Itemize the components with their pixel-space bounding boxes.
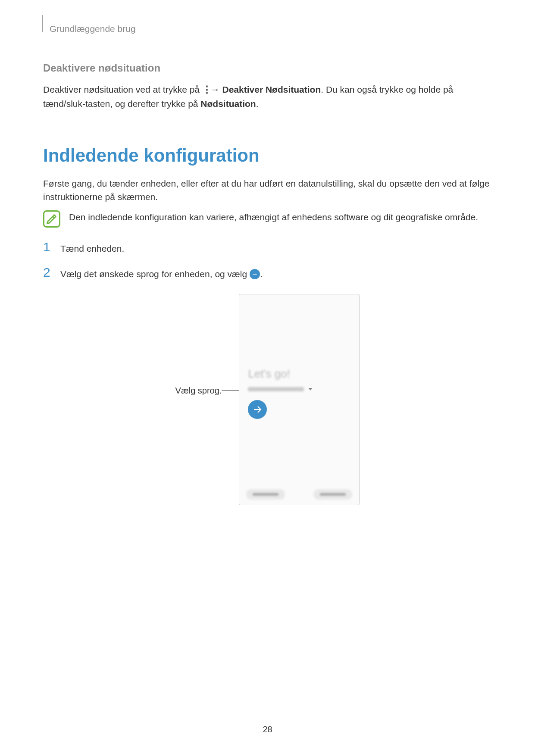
- caret-down-icon: [308, 388, 313, 390]
- bold-deactivate: Deaktiver Nødsituation: [222, 84, 321, 94]
- svg-line-0: [53, 216, 54, 218]
- callout-label: Vælg sprog.: [175, 386, 222, 396]
- note-text: Den indledende konfiguration kan variere…: [69, 210, 492, 228]
- paragraph-deactivate: Deaktiver nødsituation ved at trykke på …: [43, 83, 492, 111]
- bottom-buttons: [244, 489, 354, 500]
- language-selector: [248, 387, 354, 391]
- arrow-right-circle-icon: [250, 269, 260, 279]
- next-button: [248, 400, 267, 419]
- text-part1: Deaktiver nødsituation ved at trykke på: [43, 84, 202, 94]
- note-icon: [43, 210, 60, 228]
- breadcrumb: Grundlæggende brug: [50, 24, 492, 34]
- phone-frame: Let's go!: [239, 294, 360, 505]
- step2-text-part1: Vælg det ønskede sprog for enheden, og v…: [60, 269, 250, 279]
- step-1: 1 Tænd enheden.: [43, 241, 492, 256]
- screenshot-container: Vælg sprog. Let's go!: [43, 294, 492, 505]
- header-divider: [42, 15, 43, 32]
- section-title: Deaktivere nødsituation: [43, 62, 492, 74]
- step2-text-end: .: [260, 269, 263, 279]
- bold-emergency: Nødsituation: [200, 99, 256, 109]
- step-1-text: Tænd enheden.: [60, 241, 124, 256]
- step-2: 2 Vælg det ønskede sprog for enheden, og…: [43, 266, 492, 281]
- step-number-2: 2: [43, 266, 53, 281]
- more-options-icon: [202, 83, 208, 97]
- callout-line: [222, 390, 239, 391]
- phone-welcome-title: Let's go!: [248, 367, 354, 381]
- accessibility-button-blurred: [313, 489, 352, 500]
- intro-paragraph: Første gang, du tænder enheden, eller ef…: [43, 177, 492, 204]
- step-2-text: Vælg det ønskede sprog for enheden, og v…: [60, 266, 263, 281]
- main-heading: Indledende konfiguration: [43, 145, 492, 166]
- page-number: 28: [263, 725, 272, 734]
- note-block: Den indledende konfiguration kan variere…: [43, 210, 492, 228]
- text-end: .: [256, 99, 259, 109]
- emergency-call-button-blurred: [246, 489, 285, 500]
- step-number-1: 1: [43, 241, 53, 256]
- language-text-blurred: [248, 387, 304, 391]
